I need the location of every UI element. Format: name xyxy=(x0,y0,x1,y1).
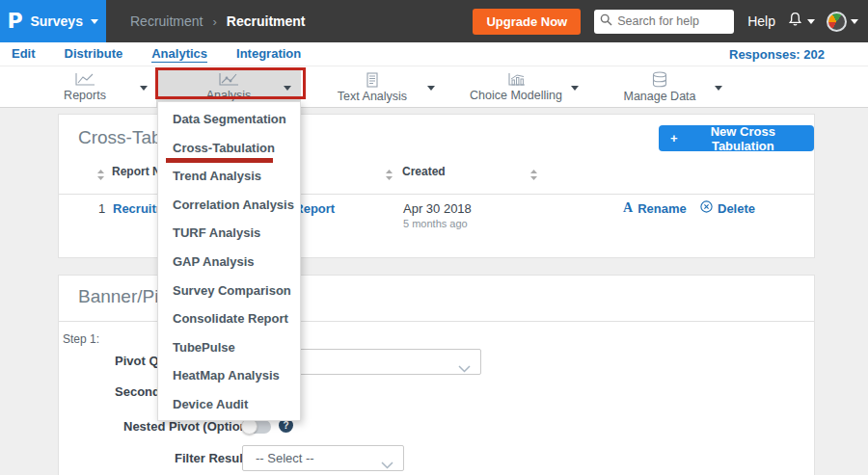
chevron-down-icon xyxy=(571,86,579,91)
chevron-down-icon xyxy=(807,19,815,24)
sort-icon[interactable] xyxy=(530,167,537,184)
help-search-box[interactable] xyxy=(594,10,734,34)
toolbar-item-label: Reports xyxy=(64,89,106,102)
rename-letter-icon: A xyxy=(623,200,633,216)
notifications-menu[interactable] xyxy=(787,12,815,32)
menu-item-gap-analysis[interactable]: GAP Analysis xyxy=(158,248,300,277)
responses-count[interactable]: Responses: 202 xyxy=(729,47,825,62)
breadcrumb-parent[interactable]: Recruitment xyxy=(130,13,203,29)
filter-result-select[interactable]: -- Select -- xyxy=(242,445,404,471)
avatar xyxy=(827,12,847,32)
filter-result-value: -- Select -- xyxy=(243,451,314,465)
menu-item-cross-tabulation[interactable]: Cross-Tabulation xyxy=(158,134,300,163)
document-chart-icon xyxy=(366,72,379,88)
survey-subnav: Edit Distribute Analytics Integration Re… xyxy=(0,42,868,66)
chevron-down-icon xyxy=(284,86,291,91)
rename-label: Rename xyxy=(637,201,687,216)
toolbar-item-label: Choice Modelling xyxy=(470,89,562,102)
circle-x-icon xyxy=(700,200,713,216)
menu-item-consolidate-report[interactable]: Consolidate Report xyxy=(158,304,300,333)
menu-item-data-segmentation[interactable]: Data Segmentation xyxy=(158,105,300,134)
new-cross-tabulation-button[interactable]: + New Cross Tabulation xyxy=(659,125,814,151)
rename-button[interactable]: A Rename xyxy=(623,200,687,216)
row-index: 1 xyxy=(98,201,105,216)
toolbar-item-text-analysis[interactable]: Text Analysis xyxy=(300,67,445,107)
menu-item-trend-analysis[interactable]: Trend Analysis xyxy=(158,162,300,191)
menu-item-turf-analysis[interactable]: TURF Analysis xyxy=(158,219,300,248)
breadcrumb: Recruitment › Recruitment xyxy=(130,13,306,29)
help-link[interactable]: Help xyxy=(747,13,775,29)
chevron-down-icon xyxy=(715,86,722,91)
delete-label: Delete xyxy=(718,201,755,216)
tab-analytics[interactable]: Analytics xyxy=(151,46,207,63)
search-input[interactable] xyxy=(617,14,728,28)
analytics-toolbar: Reports Analysis Text Analysis Choice Mo… xyxy=(0,66,868,108)
database-icon xyxy=(651,71,668,88)
step-label: Step 1: xyxy=(63,332,99,346)
menu-item-correlation-analysis[interactable]: Correlation Analysis xyxy=(158,191,300,220)
menu-item-tubepulse[interactable]: TubePulse xyxy=(158,333,300,362)
upgrade-now-button[interactable]: Upgrade Now xyxy=(473,9,581,35)
surveys-product-menu[interactable]: P Surveys xyxy=(0,0,106,42)
filter-result-label: Filter Result xyxy=(175,451,247,465)
breadcrumb-separator-icon: › xyxy=(212,14,216,29)
analysis-dropdown-menu: Data Segmentation Cross-Tabulation Trend… xyxy=(157,101,301,421)
chevron-down-icon xyxy=(851,19,858,24)
chevron-down-icon xyxy=(458,359,471,377)
tab-edit[interactable]: Edit xyxy=(12,46,36,62)
toolbar-item-choice-modelling[interactable]: Choice Modelling xyxy=(444,67,588,107)
toolbar-item-label: Manage Data xyxy=(623,90,695,103)
account-menu[interactable] xyxy=(827,12,858,32)
tab-distribute[interactable]: Distribute xyxy=(65,46,123,62)
sort-icon[interactable] xyxy=(97,167,104,184)
new-cross-tabulation-label: New Cross Tabulation xyxy=(684,124,802,153)
toolbar-item-manage-data[interactable]: Manage Data xyxy=(587,67,732,107)
bar-line-chart-icon xyxy=(505,72,527,87)
nested-pivot-toggle[interactable] xyxy=(242,420,271,434)
breadcrumb-current: Recruitment xyxy=(227,13,306,29)
tab-integration[interactable]: Integration xyxy=(236,46,301,62)
plus-icon: + xyxy=(670,131,678,145)
search-icon xyxy=(600,13,612,30)
top-header: P Surveys Recruitment › Recruitment Upgr… xyxy=(0,0,868,42)
menu-item-heatmap-analysis[interactable]: HeatMap Analysis xyxy=(158,361,300,390)
chevron-down-icon xyxy=(381,456,393,473)
delete-button[interactable]: Delete xyxy=(700,200,755,216)
bell-icon xyxy=(787,12,803,32)
chevron-down-icon xyxy=(140,86,148,91)
toolbar-item-label: Analysis xyxy=(206,89,252,102)
chevron-down-icon xyxy=(427,86,435,91)
toolbar-item-reports[interactable]: Reports xyxy=(13,67,157,107)
menu-item-survey-comparison[interactable]: Survey Comparison xyxy=(158,277,300,305)
column-header-created[interactable]: Created xyxy=(402,165,446,178)
product-label: Surveys xyxy=(30,13,82,29)
created-ago: 5 months ago xyxy=(403,218,468,229)
questionpro-logo-icon: P xyxy=(8,10,23,33)
created-date: Apr 30 2018 xyxy=(403,201,472,216)
menu-item-device-audit[interactable]: Device Audit xyxy=(158,390,300,419)
line-chart-icon xyxy=(74,72,95,87)
toolbar-item-label: Text Analysis xyxy=(338,90,407,103)
app-window: P Surveys Recruitment › Recruitment Upgr… xyxy=(0,0,868,475)
sort-icon[interactable] xyxy=(386,167,393,184)
chevron-down-icon xyxy=(91,19,98,24)
scatter-line-icon xyxy=(218,72,239,87)
